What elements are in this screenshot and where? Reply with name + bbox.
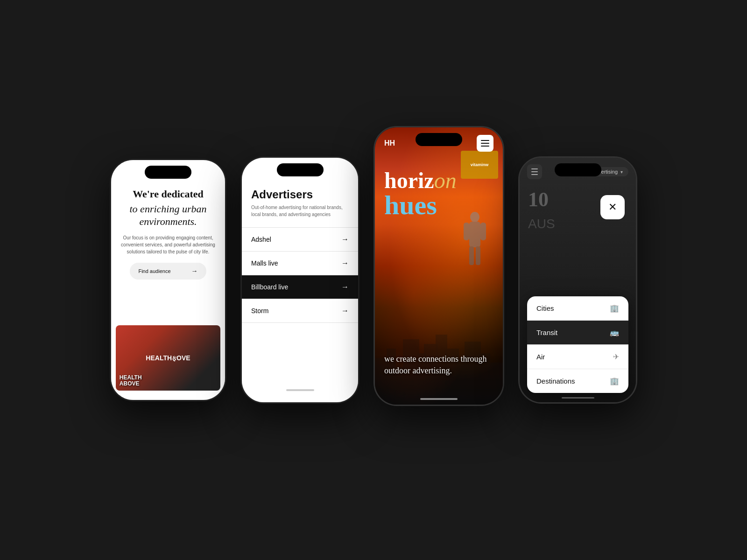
phone-1-left-button-2 [110, 216, 111, 239]
phone-2-left-button-2 [240, 214, 241, 237]
ham-dark-line-3 [531, 174, 538, 175]
phone-3-wrapper: vitaminw HH horizon hues [374, 154, 504, 406]
menu-item-malls-live[interactable]: Malls live → [242, 251, 358, 275]
phone-3-brand-horiz: horiz [384, 168, 434, 193]
phone-3-left-button-1 [374, 165, 374, 179]
phone-4-right-button [636, 204, 637, 232]
menu-row-cities-label: Cities [536, 304, 554, 312]
ham-dark-line-2 [531, 171, 538, 172]
menu-row-cities[interactable]: Cities 🏢 [527, 296, 628, 321]
phone-3-brand-on: on [434, 168, 457, 193]
phone-3-bottom-text: we create connections through outdoor ad… [384, 353, 493, 377]
phone-2-left-button-1 [240, 195, 241, 209]
phone-4-close-area: ✕ [520, 195, 636, 219]
phone-1-cta-label: Find audience [138, 268, 170, 274]
phone-2-scroll-bar [286, 389, 314, 391]
phone-4-close-button[interactable]: ✕ [600, 195, 625, 219]
menu-row-air-label: Air [536, 353, 545, 361]
phone-1-screen: We're dedicated to enriching urban envir… [111, 160, 225, 400]
phone-1-bottom-image: HEALTHABOVE [116, 325, 220, 391]
svg-rect-15 [480, 223, 486, 240]
hamburger-line-1 [481, 140, 489, 141]
phone-1-right-button [226, 207, 226, 235]
phone-3: vitaminw HH horizon hues [374, 126, 504, 406]
phone-2-menu-list: Adshel → Malls live → Billboard live → S… [242, 227, 358, 389]
phone-2-description: Out-of-home advertising for national bra… [251, 204, 349, 218]
phone-1-left-button-1 [110, 197, 111, 211]
menu-row-destinations-icon: 🏢 [610, 377, 619, 385]
menu-item-storm-arrow: → [341, 307, 349, 315]
phone-4-menu-overlay: Cities 🏢 Transit 🚌 Air ✈ [520, 296, 636, 402]
menu-item-malls-live-label: Malls live [251, 259, 278, 267]
phone-2: Advertisers Out-of-home advertising for … [240, 156, 359, 404]
phones-container: We're dedicated to enriching urban envir… [23, 154, 724, 406]
menu-item-adshel-arrow: → [341, 235, 349, 244]
svg-rect-17 [476, 246, 480, 265]
hamburger-line-3 [481, 146, 489, 147]
phone-1-headline-main: We're dedicated [133, 188, 204, 200]
phone-4-screen: 10 AUS Advertising ▾ [520, 158, 636, 402]
phone-4-wrapper: 10 AUS Advertising ▾ [518, 156, 637, 404]
phone-2-notch [277, 163, 324, 176]
menu-item-storm[interactable]: Storm → [242, 299, 358, 323]
phone-1-left-button-3 [110, 244, 111, 267]
phone-3-tagline: we create connections through outdoor ad… [384, 353, 493, 377]
menu-row-transit[interactable]: Transit 🚌 [527, 321, 628, 345]
phone-2-header: Advertisers Out-of-home advertising for … [242, 183, 358, 221]
phone-2-wrapper: Advertisers Out-of-home advertising for … [240, 156, 359, 404]
phone-3-scroll-bar [420, 398, 458, 400]
phone-1-headline-italic: to enriching urban environments. [120, 203, 216, 228]
phone-3-brand-hues: hues [384, 192, 493, 219]
menu-row-cities-icon: 🏢 [610, 304, 619, 313]
phone-3-notch [416, 133, 462, 146]
phone-4-ad-tag-chevron: ▾ [620, 169, 623, 175]
phone-3-left-button-3 [374, 211, 374, 235]
menu-item-billboard-live-label: Billboard live [251, 283, 288, 291]
phone-4-left-button-2 [518, 214, 519, 237]
menu-row-air-icon: ✈ [613, 352, 619, 361]
phone-4-notch [555, 163, 601, 176]
phone-2-screen: Advertisers Out-of-home advertising for … [242, 158, 358, 402]
phone-1: We're dedicated to enriching urban envir… [110, 159, 226, 401]
phone-1-cta-arrow: → [191, 267, 198, 275]
menu-item-adshel[interactable]: Adshel → [242, 227, 358, 251]
menu-row-transit-label: Transit [536, 329, 557, 336]
phone-1-cta-button[interactable]: Find audience → [130, 263, 206, 280]
phone-3-brand-title: horizon hues [384, 169, 493, 219]
menu-item-storm-label: Storm [251, 307, 268, 315]
phone-4-left-button-3 [518, 242, 519, 265]
menu-row-air[interactable]: Air ✈ [527, 345, 628, 369]
menu-item-adshel-label: Adshel [251, 236, 271, 243]
hamburger-line-2 [481, 143, 489, 144]
menu-item-malls-live-arrow: → [341, 259, 349, 267]
close-icon: ✕ [608, 201, 617, 213]
svg-rect-16 [469, 246, 474, 265]
menu-row-transit-icon: 🚌 [610, 328, 619, 337]
phone-2-right-button [359, 204, 359, 232]
phone-3-logo: HH [384, 139, 395, 147]
phone-3-brand-horiz-container: horizon [384, 169, 493, 192]
phone-4-menu-card: Cities 🏢 Transit 🚌 Air ✈ [527, 296, 628, 393]
phone-4-left-button-1 [518, 195, 519, 209]
phone-4-scroll-bar [562, 397, 594, 399]
svg-rect-13 [469, 222, 480, 247]
phone-1-notch [145, 166, 191, 179]
phone-3-menu-button[interactable] [477, 135, 493, 152]
phone-1-wrapper: We're dedicated to enriching urban envir… [110, 159, 226, 401]
phone-3-left-button-2 [374, 183, 374, 207]
phone-1-subtext: Our focus is on providing engaging conte… [120, 234, 216, 255]
menu-item-billboard-live[interactable]: Billboard live → [242, 275, 358, 299]
svg-rect-14 [464, 223, 469, 240]
phone-2-title: Advertisers [251, 188, 349, 201]
menu-row-destinations-label: Destinations [536, 377, 575, 385]
ham-dark-line-1 [531, 168, 538, 169]
menu-row-destinations[interactable]: Destinations 🏢 [527, 369, 628, 393]
phone-4: 10 AUS Advertising ▾ [518, 156, 637, 404]
phone-3-right-button [503, 174, 504, 202]
menu-item-billboard-live-arrow: → [341, 283, 349, 291]
phone-3-figure [461, 211, 489, 267]
phone-3-screen: vitaminw HH horizon hues [375, 127, 503, 405]
vitamin-text: vitaminw [471, 162, 489, 167]
phone-2-left-button-3 [240, 242, 241, 265]
phone-4-hamburger[interactable] [527, 164, 542, 179]
